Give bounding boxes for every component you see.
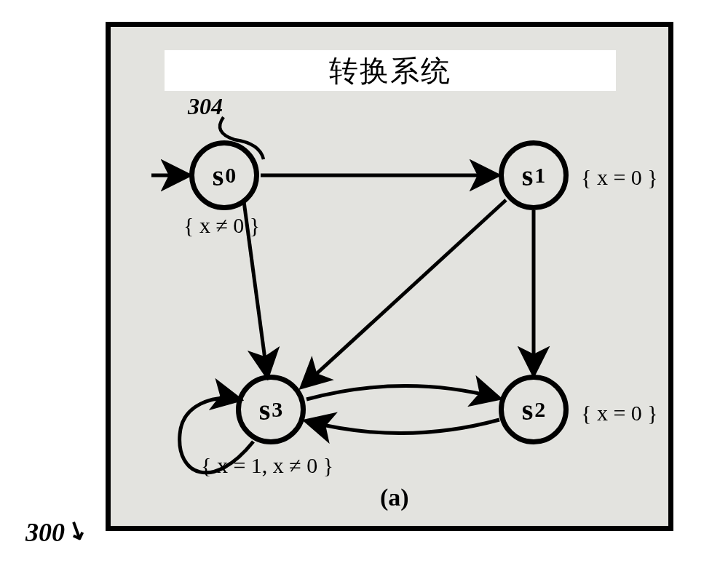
prop-s2: { x = 0 } [581,401,658,426]
state-s3-sub: 3 [272,397,282,422]
prop-s0: { x ≠ 0 } [183,213,260,238]
panel-sublabel: (a) [380,484,409,511]
transition-arrows [111,27,668,526]
state-s3-label: s [259,393,271,427]
state-s0-sub: 0 [225,163,236,188]
state-s1: s1 [499,140,569,210]
arrow-glyph-icon: ↘ [62,515,91,546]
figure-reference-number: 300 [25,518,65,547]
state-s2-sub: 2 [534,397,545,422]
state-s0-label: s [213,159,224,193]
state-s1-label: s [522,159,534,193]
state-s2-label: s [522,393,534,427]
state-s1-sub: 1 [534,163,545,188]
figure-reference: 300↘ [25,519,87,546]
prop-s1: { x = 0 } [581,165,658,190]
prop-s3: { x = 1, x ≠ 0 } [201,453,333,478]
state-s3: s3 [236,375,306,444]
state-s0: s0 [189,140,259,210]
panel-a: 转换系统 304 s0 s1 s2 s3 [106,22,673,531]
state-s2: s2 [499,375,569,444]
